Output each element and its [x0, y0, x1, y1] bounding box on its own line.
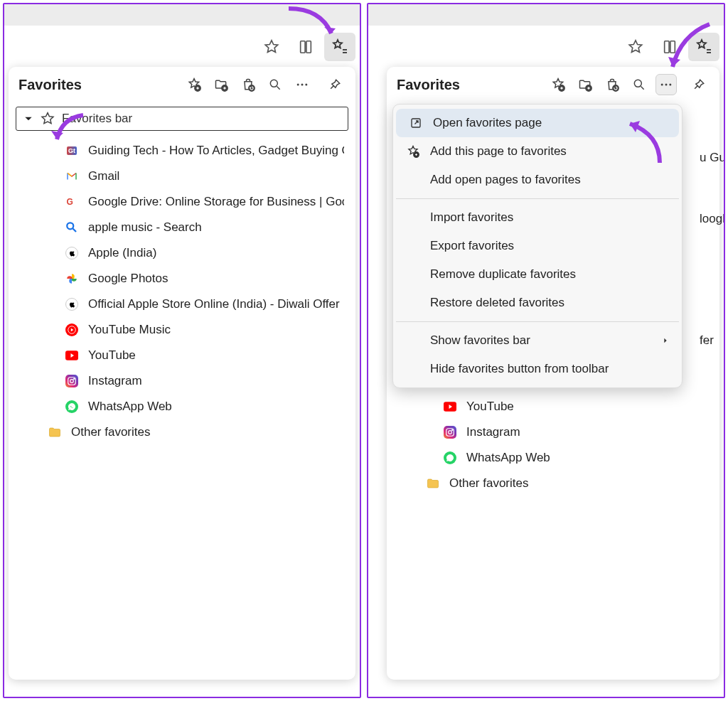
ctx-label: Import favorites	[430, 210, 513, 225]
favorite-item[interactable]: apple music - Search	[9, 215, 355, 240]
chevron-down-icon	[23, 114, 33, 124]
favorite-label: YouTube	[466, 400, 514, 414]
ctx-show-favorites-bar[interactable]: Show favorites bar	[393, 326, 682, 355]
favorites-flyout: Favorites	[9, 67, 355, 680]
favorite-item[interactable]: Google Photos	[9, 266, 355, 291]
ctx-open-favorites-page[interactable]: Open favorites page	[396, 109, 679, 137]
svg-line-28	[641, 87, 644, 90]
add-folder-icon[interactable]	[574, 74, 596, 95]
svg-point-19	[74, 378, 75, 379]
other-favorites-folder[interactable]: Other favorites	[387, 471, 719, 496]
svg-rect-0	[301, 41, 305, 53]
star-outline-icon	[41, 112, 55, 126]
favorite-label: Instagram	[466, 425, 520, 439]
partial-text-row2: loogle	[700, 212, 725, 226]
more-options-icon[interactable]	[655, 74, 677, 95]
favorite-item[interactable]: Gt Guiding Tech - How To Articles, Gadge…	[9, 138, 355, 164]
ctx-add-open-pages[interactable]: Add open pages to favorites	[393, 166, 682, 194]
favorite-label: apple music - Search	[88, 220, 202, 235]
more-options-icon[interactable]	[291, 74, 313, 95]
svg-line-14	[73, 229, 77, 232]
favorite-item[interactable]: YouTube Music	[9, 317, 355, 343]
favorite-item[interactable]: Instagram	[9, 368, 355, 394]
favorites-title: Favorites	[397, 77, 542, 93]
favicon-youtube	[65, 349, 78, 362]
svg-rect-20	[665, 41, 669, 53]
other-favorites-folder[interactable]: Other favorites	[9, 419, 355, 445]
ctx-remove-duplicates[interactable]: Remove duplicate favorites	[393, 260, 682, 289]
favorite-item[interactable]: Gmail	[9, 164, 355, 189]
favicon-whatsapp	[444, 451, 456, 464]
favicon-gdrive: G	[65, 196, 78, 208]
favorite-item[interactable]: WhatsApp Web	[9, 394, 355, 419]
ctx-label: Add this page to favorites	[430, 144, 567, 159]
ctx-label: Show favorites bar	[430, 333, 530, 348]
ctx-restore-deleted[interactable]: Restore deleted favorites	[393, 289, 682, 317]
star-plus-icon	[406, 144, 420, 159]
partial-text-row3: fer	[700, 333, 714, 348]
browser-tab-strip	[4, 4, 360, 26]
ctx-label: Restore deleted favorites	[430, 296, 564, 310]
favicon-instagram	[65, 375, 78, 387]
add-folder-icon[interactable]	[210, 74, 232, 95]
svg-point-31	[669, 84, 671, 86]
ctx-label: Open favorites page	[433, 116, 542, 130]
favorites-toolbar-button[interactable]	[324, 33, 355, 61]
favorites-list-partial: YouTube Instagram WhatsApp Web Other fav…	[387, 391, 719, 496]
browser-toolbar	[4, 26, 360, 67]
svg-rect-1	[306, 41, 311, 53]
pin-icon[interactable]	[688, 74, 710, 95]
favicon-apple	[65, 247, 78, 259]
ctx-hide-favorites-button[interactable]: Hide favorites button from toolbar	[393, 355, 682, 383]
favicon-gphotos	[65, 272, 78, 285]
bookmark-star-button[interactable]	[620, 33, 651, 61]
svg-point-13	[67, 223, 73, 229]
svg-line-8	[277, 87, 280, 90]
collections-button[interactable]	[654, 33, 685, 61]
ctx-label: Export favorites	[430, 239, 514, 253]
favicon-search	[65, 221, 78, 234]
add-favorite-icon[interactable]	[547, 74, 569, 95]
favorite-item[interactable]: YouTube	[387, 394, 719, 419]
restore-favorites-icon[interactable]	[601, 74, 623, 95]
ctx-label: Remove duplicate favorites	[430, 267, 576, 282]
favorites-header: Favorites	[9, 67, 355, 102]
favorite-label: YouTube Music	[88, 323, 171, 337]
favorite-item[interactable]: YouTube	[9, 343, 355, 368]
favorite-label: Guiding Tech - How To Articles, Gadget B…	[88, 144, 344, 158]
add-favorite-icon[interactable]	[183, 74, 205, 95]
favorite-item[interactable]: Official Apple Store Online (India) - Di…	[9, 291, 355, 317]
favicon-youtube	[444, 400, 456, 413]
collections-button[interactable]	[290, 33, 321, 61]
restore-favorites-icon[interactable]	[237, 74, 259, 95]
favorite-item[interactable]: G Google Drive: Online Storage for Busin…	[9, 189, 355, 215]
search-favorites-icon[interactable]	[264, 74, 286, 95]
favicon-whatsapp	[65, 400, 78, 413]
favorite-item[interactable]: Instagram	[387, 419, 719, 445]
partial-text-row1: u Guid	[700, 151, 725, 165]
favicon-guidingtech: Gt	[65, 144, 78, 157]
folder-icon	[427, 477, 439, 490]
screenshot-right-panel: Favorites u Guid loogle fer	[367, 3, 725, 698]
favicon-gmail	[65, 170, 78, 183]
search-favorites-icon[interactable]	[628, 74, 650, 95]
screenshot-left-panel: Favorites	[3, 3, 361, 698]
favorite-item[interactable]: Apple (India)	[9, 240, 355, 266]
ctx-import-favorites[interactable]: Import favorites	[393, 203, 682, 232]
favorites-toolbar-button[interactable]	[688, 33, 719, 61]
ctx-export-favorites[interactable]: Export favorites	[393, 232, 682, 260]
favicon-ytmusic	[65, 323, 78, 336]
favorite-item[interactable]: WhatsApp Web	[387, 445, 719, 471]
other-favorites-label: Other favorites	[449, 476, 529, 491]
ctx-label: Add open pages to favorites	[430, 173, 581, 187]
svg-point-11	[305, 84, 307, 86]
favorite-label: Apple (India)	[88, 246, 156, 260]
ctx-separator	[396, 198, 679, 199]
svg-point-10	[301, 84, 304, 86]
favorite-label: Google Photos	[88, 272, 168, 286]
favorites-bar-folder[interactable]: Favorites bar	[16, 107, 348, 131]
ctx-add-this-page[interactable]: Add this page to favorites	[393, 137, 682, 166]
bookmark-star-button[interactable]	[256, 33, 287, 61]
pin-icon[interactable]	[324, 74, 346, 95]
svg-point-34	[449, 431, 452, 434]
